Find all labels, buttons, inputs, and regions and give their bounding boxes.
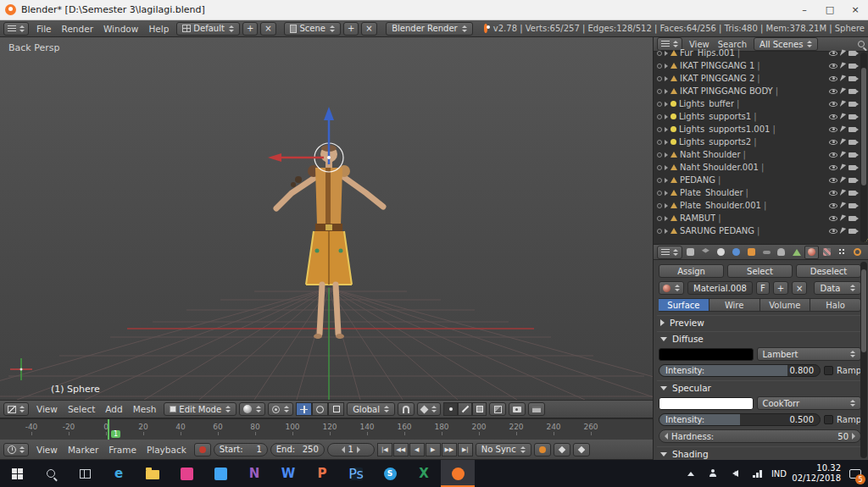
diffuse-intensity-slider[interactable]: Intensity:0.800 xyxy=(659,364,821,377)
playback-jump-to-end[interactable]: ▶| xyxy=(458,443,473,457)
outliner-row-lights-buffer[interactable]: Lights_buffer | xyxy=(654,97,868,110)
preview-panel-header[interactable]: Preview xyxy=(657,315,863,329)
task-view-button[interactable] xyxy=(68,460,102,487)
texture-tab-icon[interactable] xyxy=(820,246,834,259)
expand-icon[interactable] xyxy=(665,152,668,158)
close-button[interactable]: × xyxy=(843,0,868,19)
current-frame-field[interactable]: 1 xyxy=(327,443,375,457)
decrement-icon[interactable] xyxy=(342,446,345,453)
restrict-select-icon[interactable] xyxy=(840,49,846,57)
timeline-menu-playback[interactable]: Playback xyxy=(142,445,192,455)
restrict-render-icon[interactable] xyxy=(849,89,856,94)
restrict-render-icon[interactable] xyxy=(849,229,856,234)
expand-icon[interactable] xyxy=(665,216,668,221)
taskbar-app-file-explorer[interactable] xyxy=(136,460,170,487)
specular-color-swatch[interactable] xyxy=(659,397,754,410)
object-name[interactable]: IKAT PINGGANG 1 xyxy=(680,61,754,70)
restrict-view-icon[interactable] xyxy=(829,165,837,170)
taskbar-app-blender[interactable] xyxy=(441,460,475,487)
expand-icon[interactable] xyxy=(665,127,668,132)
search-icon[interactable] xyxy=(858,41,865,47)
outliner-menu-view[interactable]: View xyxy=(685,40,714,49)
shading-panel-header[interactable]: Shading xyxy=(657,446,863,460)
manipulator-rotate-button[interactable] xyxy=(312,402,328,416)
restrict-select-icon[interactable] xyxy=(840,87,846,95)
scrollbar-thumb[interactable] xyxy=(861,269,866,351)
start-button[interactable] xyxy=(0,460,34,487)
restrict-render-icon[interactable] xyxy=(849,203,856,208)
outliner-row-ikat-pinggang-body[interactable]: IKAT PINGGANG BODY | xyxy=(654,85,868,97)
unlink-material-button[interactable]: × xyxy=(792,281,807,295)
specular-ramp-checkbox[interactable]: Ramp xyxy=(824,415,861,424)
restrict-view-icon[interactable] xyxy=(829,89,837,94)
restrict-render-icon[interactable] xyxy=(849,51,856,56)
object-name[interactable]: Lights_supports2 xyxy=(679,137,751,147)
expand-icon[interactable] xyxy=(665,229,668,234)
slot-action-button-deselect[interactable]: Deselect xyxy=(796,264,861,278)
snap-element-select[interactable] xyxy=(417,402,441,416)
restrict-render-icon[interactable] xyxy=(849,76,856,81)
expand-icon[interactable] xyxy=(665,89,668,94)
restrict-select-icon[interactable] xyxy=(840,227,846,235)
restrict-render-icon[interactable] xyxy=(849,178,856,183)
taskbar-app-onenote[interactable]: N xyxy=(237,460,271,487)
insert-keyframe-button[interactable] xyxy=(554,443,570,457)
volume-button[interactable] xyxy=(724,460,746,487)
playback-sync-select[interactable]: No Sync xyxy=(476,443,531,457)
taskbar-app-powerpoint[interactable]: P xyxy=(305,460,339,487)
info-menu-render[interactable]: Render xyxy=(57,24,98,34)
object-name[interactable]: IKAT PINGGANG 2 xyxy=(680,74,754,83)
expand-icon[interactable] xyxy=(665,76,668,81)
taskbar-app-word[interactable]: W xyxy=(271,460,305,487)
current-frame-playhead[interactable] xyxy=(108,419,109,440)
hardness-field[interactable]: Hardness:50 xyxy=(659,429,861,443)
restrict-view-icon[interactable] xyxy=(829,229,837,234)
material-type-tab-wire[interactable]: Wire xyxy=(709,298,760,312)
expand-icon[interactable] xyxy=(665,178,668,183)
view3d-menu-view[interactable]: View xyxy=(31,404,63,414)
material-tab-icon[interactable] xyxy=(804,246,819,259)
restrict-render-icon[interactable] xyxy=(849,102,856,107)
start-frame-field[interactable]: Start:1 xyxy=(214,443,268,457)
restrict-select-icon[interactable] xyxy=(840,62,846,69)
scene-add-button[interactable]: + xyxy=(343,22,359,36)
restrict-render-icon[interactable] xyxy=(849,140,856,145)
outliner-row-naht-shoulder-001[interactable]: Naht Shoulder.001 | xyxy=(654,161,868,174)
outliner-row-naht-shoulder[interactable]: Naht Shoulder | xyxy=(654,148,868,161)
outliner-editor-type-button[interactable] xyxy=(657,37,682,51)
modifiers-tab-icon[interactable] xyxy=(775,246,789,259)
restrict-select-icon[interactable] xyxy=(840,125,846,133)
link-data-select[interactable]: Data xyxy=(814,281,861,295)
outliner-row-rambut[interactable]: RAMBUT | xyxy=(654,212,868,224)
timeline-menu-marker[interactable]: Marker xyxy=(63,445,103,455)
outliner-row-plate-shoulder-001[interactable]: Plate_Shoulder.001 | xyxy=(654,199,868,212)
restrict-view-icon[interactable] xyxy=(829,203,837,208)
viewport-canvas[interactable] xyxy=(0,37,653,400)
expand-icon[interactable] xyxy=(665,64,668,69)
object-name[interactable]: Fur_Hips.001 xyxy=(680,48,735,58)
object-name[interactable]: IKAT PINGGANG BODY xyxy=(680,86,773,96)
restrict-view-icon[interactable] xyxy=(829,114,837,119)
restrict-render-icon[interactable] xyxy=(849,152,856,158)
restrict-render-icon[interactable] xyxy=(849,127,856,132)
outliner-row-plate-shoulder[interactable]: Plate_Shoulder | xyxy=(654,186,868,199)
restrict-select-icon[interactable] xyxy=(840,163,846,171)
expand-icon[interactable] xyxy=(665,191,668,196)
object-name[interactable]: RAMBUT xyxy=(680,213,715,223)
scene-selector[interactable]: Scene xyxy=(284,22,341,36)
restrict-select-icon[interactable] xyxy=(840,176,846,184)
specular-shader-select[interactable]: CookTorr xyxy=(757,396,862,410)
outliner-row-lights-supports1-001[interactable]: Lights_supports1.001 | xyxy=(654,123,868,136)
increment-icon[interactable] xyxy=(357,446,360,453)
info-editor-type-button[interactable] xyxy=(3,22,29,36)
playback-jump-to-start[interactable]: |◀ xyxy=(377,443,392,457)
object-name[interactable]: Naht Shoulder.001 xyxy=(680,163,759,172)
world-tab-icon[interactable] xyxy=(729,246,743,259)
delete-keyframe-button[interactable] xyxy=(573,443,590,457)
restrict-select-icon[interactable] xyxy=(840,202,846,209)
restrict-view-icon[interactable] xyxy=(829,64,837,69)
decrement-icon[interactable] xyxy=(665,433,668,440)
limit-selection-visible-button[interactable] xyxy=(489,402,506,416)
slot-action-button-assign[interactable]: Assign xyxy=(659,264,724,278)
tray-expand-button[interactable] xyxy=(680,460,702,487)
